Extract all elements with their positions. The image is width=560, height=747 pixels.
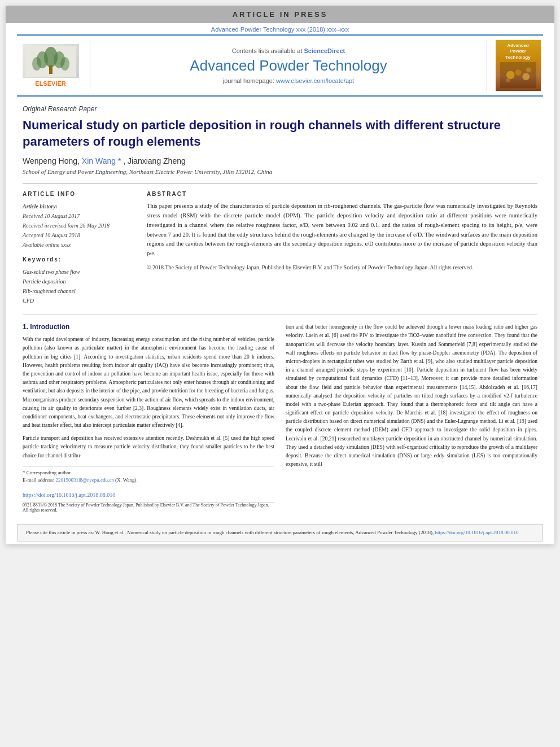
email-line: E-mail address: 220150031l8@neepu.edu.cn…	[23, 477, 274, 484]
footer-copyright: 0921-8831/© 2018 The Society of Powder T…	[23, 502, 274, 513]
page: ARTICLE IN PRESS Advanced Powder Technol…	[6, 6, 554, 544]
paper-title: Numerical study on particle deposition i…	[23, 117, 537, 150]
email-label: E-mail address:	[23, 477, 54, 483]
apt-logo-title: AdvancedPowderTechnology	[505, 43, 530, 60]
doi-link[interactable]: https://doi.org/10.1016/j.apt.2018.08.01…	[23, 492, 115, 498]
svg-point-8	[506, 71, 514, 80]
svg-point-12	[526, 67, 531, 72]
email-address[interactable]: 220150031l8@neepu.edu.cn	[55, 477, 113, 483]
intro-para1: With the rapid development of industry, …	[23, 335, 274, 430]
keyword-2: Particle deposition	[23, 277, 135, 286]
cite-box: Please cite this article in press as: W.…	[17, 524, 543, 542]
apt-logo: AdvancedPowderTechnology	[487, 40, 543, 91]
aip-text: ARTICLE IN PRESS	[233, 10, 328, 19]
cite-prefix: Please cite this article in press as: W.…	[26, 530, 434, 535]
aip-banner: ARTICLE IN PRESS	[6, 6, 554, 23]
content: Original Research Paper Numerical study …	[6, 97, 554, 521]
revised-date: Received in revised form 26 May 2018	[23, 221, 135, 230]
right-para1: tion and that better homogeneity in the …	[286, 323, 537, 469]
journal-info-line: Advanced Powder Technology xxx (2018) xx…	[6, 23, 554, 34]
article-info-abstract: ARTICLE INFO Article history: Received 1…	[23, 184, 537, 305]
svg-rect-6	[49, 65, 53, 74]
body-right: tion and that better homogeneity in the …	[286, 323, 537, 513]
affiliation: School of Energy and Power Engineering, …	[23, 168, 537, 175]
apt-logo-box: AdvancedPowderTechnology	[496, 40, 541, 91]
doi-area: https://doi.org/10.1016/j.apt.2018.08.01…	[23, 489, 274, 499]
two-col-body: 1. Introduction With the rapid developme…	[23, 323, 537, 513]
abstract-text: This paper presents a study of the chara…	[147, 202, 537, 259]
article-history: Article history: Received 10 August 2017…	[23, 202, 135, 250]
sciencedirect-line: Contents lists available at ScienceDirec…	[232, 47, 345, 54]
author-comma: , Jianxiang Zheng	[123, 156, 186, 165]
corresponding-note: * Corresponding author.	[23, 469, 274, 477]
copyright-text: © 2018 The Society of Powder Technology …	[147, 263, 537, 272]
cite-doi-link[interactable]: https://doi.org/10.1016/j.apt.2018.08.01…	[435, 530, 519, 535]
journal-header: ELSEVIER Contents lists available at Sci…	[17, 34, 543, 97]
accepted-date: Accepted 10 August 2018	[23, 230, 135, 240]
available-date: Available online xxxx	[23, 240, 135, 250]
author-wenpeng: Wenpeng Hong,	[23, 156, 82, 165]
article-info-label: ARTICLE INFO	[23, 191, 135, 197]
homepage-prefix: journal homepage:	[223, 77, 276, 84]
intro-para2: Particle transport and deposition has re…	[23, 434, 274, 460]
intro-title: Introduction	[30, 323, 69, 331]
body-content: 1. Introduction With the rapid developme…	[23, 314, 537, 513]
keyword-4: CFD	[23, 296, 135, 305]
paper-type: Original Research Paper	[23, 105, 537, 113]
intro-num: 1.	[23, 323, 28, 331]
journal-info-text: Advanced Powder Technology xxx (2018) xx…	[211, 26, 349, 33]
author-xin[interactable]: Xin Wang *	[82, 156, 121, 165]
keywords-section: Keywords: Gas-solid two phase flow Parti…	[23, 256, 135, 305]
elsevier-logo-image	[23, 44, 79, 78]
footnote-area: * Corresponding author. E-mail address: …	[23, 466, 274, 484]
keyword-3: Rib-roughened channel	[23, 286, 135, 296]
abstract-label: ABSTRACT	[147, 191, 537, 197]
svg-point-10	[522, 73, 530, 80]
keywords-label: Keywords:	[23, 256, 135, 263]
journal-center: Contents lists available at ScienceDirec…	[90, 40, 487, 91]
elsevier-brand: ELSEVIER	[35, 80, 65, 87]
intro-heading: 1. Introduction	[23, 323, 274, 331]
body-left: 1. Introduction With the rapid developme…	[23, 323, 274, 513]
svg-point-4	[32, 57, 41, 71]
keyword-1: Gas-solid two phase flow	[23, 267, 135, 277]
authors: Wenpeng Hong, Xin Wang * , Jianxiang Zhe…	[23, 156, 537, 165]
article-info-col: ARTICLE INFO Article history: Received 1…	[23, 191, 135, 305]
abstract-col: ABSTRACT This paper presents a study of …	[147, 191, 537, 305]
elsevier-logo: ELSEVIER	[17, 40, 90, 91]
sciencedirect-prefix: Contents lists available at	[232, 47, 304, 54]
journal-title: Advanced Powder Technology	[190, 57, 387, 75]
svg-point-11	[506, 78, 510, 82]
svg-point-9	[515, 69, 521, 76]
svg-point-5	[60, 57, 69, 71]
email-suffix: (X. Wang).	[115, 477, 138, 483]
history-label: Article history:	[23, 202, 135, 211]
received-date: Received 10 August 2017	[23, 211, 135, 221]
journal-homepage: journal homepage: www.elsevier.com/locat…	[223, 77, 354, 84]
homepage-url[interactable]: www.elsevier.com/locate/apt	[276, 77, 354, 84]
sciencedirect-link[interactable]: ScienceDirect	[304, 47, 345, 54]
